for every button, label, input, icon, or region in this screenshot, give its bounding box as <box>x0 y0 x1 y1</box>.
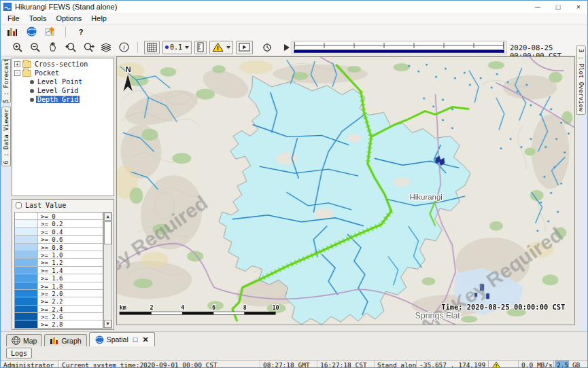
tree-item-label[interactable]: Cross-section <box>33 60 89 68</box>
collapse-icon[interactable]: - <box>14 70 20 76</box>
menu-help[interactable]: Help <box>87 14 111 23</box>
legend-row-label: >= 2.0 <box>38 290 103 297</box>
maximize-icon[interactable]: □ <box>548 1 568 13</box>
place-label-springs-flat: Springs Flat <box>415 311 460 320</box>
expander-icon[interactable]: + <box>14 61 20 67</box>
tree-item-label[interactable]: Level Grid <box>36 87 80 94</box>
legend-row: >= 1.2 <box>15 259 103 266</box>
pan-icon[interactable] <box>46 41 60 54</box>
zoom-out-icon[interactable] <box>28 41 43 54</box>
status-coordinates: -35.657 , 174.199 <box>417 361 489 368</box>
tab-graph-label: Graph <box>61 337 81 345</box>
scroll-up-icon[interactable]: ▲ <box>104 213 111 221</box>
menu-tools[interactable]: Tools <box>25 14 51 23</box>
spatial-display-icon[interactable] <box>43 25 58 39</box>
timeline-period-bar[interactable] <box>294 50 504 53</box>
status-gmt-time: 08:27:18 GMT <box>260 361 317 368</box>
tree-item-label[interactable]: Level Point <box>36 78 84 86</box>
zoom-in-icon[interactable] <box>10 41 25 54</box>
tree-row-pocket[interactable]: - Pocket <box>12 69 114 77</box>
legend-color-swatch <box>15 282 38 289</box>
menu-file[interactable]: File <box>3 14 24 23</box>
legend-color-swatch <box>15 274 38 281</box>
layers-icon[interactable] <box>99 41 114 54</box>
status-download-rate: 0.0 MB/s <box>519 361 554 368</box>
svg-text:!: ! <box>217 45 219 52</box>
legend-color-swatch <box>15 213 38 219</box>
last-value-checkbox[interactable] <box>16 202 22 208</box>
tree-row-depth-grid[interactable]: Depth Grid <box>12 95 114 104</box>
warning-dropdown[interactable]: ! <box>209 41 233 54</box>
grid-resolution-dropdown[interactable]: 0.1 <box>162 41 192 54</box>
legend-row-label: >= 0.4 <box>38 228 103 235</box>
play-animation-icon[interactable] <box>236 41 253 54</box>
tree-row-cross-section[interactable]: + Cross-section <box>12 60 114 69</box>
legend-row: >= 2.4 <box>15 306 103 313</box>
map-display-icon[interactable] <box>24 25 39 39</box>
help-icon[interactable]: ? <box>73 25 88 39</box>
legend-color-swatch <box>15 259 38 265</box>
last-value-label: Last Value <box>25 202 66 209</box>
legend-row: >= 2.6 <box>15 313 103 320</box>
svg-text:4: 4 <box>181 304 184 311</box>
layers-tree: + Cross-section - Pocket Level Point Lev… <box>12 58 114 196</box>
legend-row-label: >= 1.8 <box>38 282 103 289</box>
menu-bar: File Tools Options Help <box>1 13 588 24</box>
folder-icon <box>22 70 31 77</box>
main-toolbar: ? <box>1 24 588 39</box>
data-display-icon[interactable] <box>5 25 20 39</box>
tree-item-label[interactable]: Pocket <box>33 69 60 77</box>
info-icon[interactable]: i <box>116 41 131 54</box>
legend-color-table: >= 0>= 0.2>= 0.4>= 0.6>= 0.8>= 1.0>= 1.2… <box>14 212 103 329</box>
legend-row: >= 1.6 <box>15 274 103 282</box>
map-view[interactable]: API Key Required API Key Required N Hiku… <box>116 56 575 325</box>
legend-panel: Last Value >= 0>= 0.2>= 0.4>= 0.6>= 0.8>… <box>12 199 114 330</box>
legend-scrollbar[interactable]: ▲ ▼ <box>103 212 112 329</box>
legend-row: >= 2.8 <box>15 320 103 328</box>
status-warning-cell[interactable]: ! <box>489 361 519 368</box>
ruler-icon[interactable] <box>194 41 207 54</box>
legend-row: >= 2.2 <box>15 297 103 305</box>
legend-color-swatch <box>15 251 38 258</box>
minimize-icon[interactable]: ─ <box>528 1 548 13</box>
tab-data-viewer[interactable]: 6 : Data Viewer <box>1 107 11 166</box>
close-icon[interactable]: × <box>568 1 588 13</box>
scroll-thumb[interactable] <box>104 221 111 244</box>
status-memory: 2.5 GB <box>554 361 588 368</box>
play-icon[interactable] <box>284 44 290 51</box>
grid-icon[interactable] <box>144 41 160 54</box>
tab-graph[interactable]: Graph <box>44 334 86 346</box>
undock-icon[interactable]: □ <box>133 335 138 344</box>
tab-plot-overview[interactable]: 3 : Plot Overview <box>576 45 586 115</box>
map-canvas[interactable]: API Key Required API Key Required N Hiku… <box>117 57 574 325</box>
tab-spatial[interactable]: Spatial □ ✕ <box>89 332 155 346</box>
menu-options[interactable]: Options <box>52 14 86 23</box>
tree-row-level-point[interactable]: Level Point <box>12 77 114 86</box>
svg-text:km: km <box>120 304 126 311</box>
tree-item-label-selected[interactable]: Depth Grid <box>36 96 80 103</box>
tab-map[interactable]: Map <box>6 334 42 346</box>
tab-spatial-label: Spatial <box>107 335 128 344</box>
status-mode: Stand alone <box>375 361 417 368</box>
legend-row: >= 1.0 <box>15 251 103 259</box>
zoom-previous-icon[interactable] <box>63 41 78 54</box>
legend-row: >= 0.8 <box>15 244 103 251</box>
tab-forecast[interactable]: 5 : Forecast <box>1 59 11 103</box>
scroll-down-icon[interactable]: ▼ <box>104 320 111 328</box>
legend-row-label: >= 0.6 <box>38 236 103 242</box>
svg-text:!: ! <box>495 363 498 368</box>
folder-icon <box>22 61 31 68</box>
svg-text:i: i <box>123 44 125 51</box>
svg-text:6: 6 <box>212 304 215 311</box>
close-tab-icon[interactable]: ✕ <box>142 335 148 344</box>
interval-clock-icon[interactable] <box>260 41 275 54</box>
tree-row-level-grid[interactable]: Level Grid <box>12 86 114 95</box>
zoom-next-icon[interactable] <box>81 41 96 54</box>
timeline-slider[interactable] <box>292 41 506 54</box>
legend-row: >= 1.4 <box>15 267 103 274</box>
logs-button[interactable]: Logs <box>6 348 32 358</box>
title-bar[interactable]: Hikurangi FEWS (Stand alone) ─ □ × <box>1 1 588 13</box>
legend-color-swatch <box>15 320 38 327</box>
legend-row: >= 0.4 <box>15 228 103 236</box>
legend-row-label: >= 2.4 <box>38 306 103 312</box>
